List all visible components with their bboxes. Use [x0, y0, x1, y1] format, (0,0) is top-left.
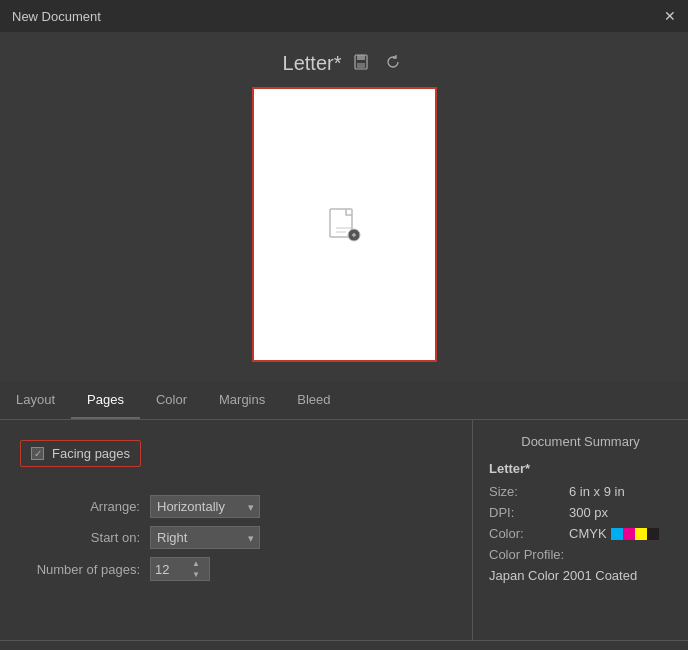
num-pages-control: 12 ▲ ▼: [150, 557, 210, 581]
yellow-swatch: [635, 528, 647, 540]
cyan-swatch: [611, 528, 623, 540]
summary-dpi-row: DPI: 300 px: [489, 505, 672, 520]
start-on-control: Right Left: [150, 526, 260, 549]
num-pages-up-button[interactable]: ▲: [189, 558, 203, 569]
svg-rect-1: [357, 55, 365, 60]
start-on-row: Start on: Right Left: [20, 526, 452, 549]
preview-container: Letter*: [252, 52, 437, 362]
svg-rect-2: [357, 63, 365, 68]
summary-size-value: 6 in x 9 in: [569, 484, 625, 499]
black-swatch: [647, 528, 659, 540]
summary-title: Document Summary: [489, 434, 672, 449]
summary-dpi-value: 300 px: [569, 505, 608, 520]
arrange-control: Horizontally Vertically: [150, 495, 260, 518]
num-pages-input[interactable]: 12: [151, 559, 189, 580]
facing-pages-row[interactable]: ✓ Facing pages: [20, 440, 141, 467]
tab-pages[interactable]: Pages: [71, 382, 140, 419]
close-button[interactable]: ✕: [664, 8, 676, 24]
tab-margins[interactable]: Margins: [203, 382, 281, 419]
summary-profile-label: Color Profile:: [489, 547, 569, 562]
num-pages-label: Number of pages:: [20, 562, 150, 577]
bottom-buttons: Create Cancel: [0, 640, 688, 650]
preview-area: Letter*: [0, 32, 688, 382]
summary-color-value: CMYK: [569, 526, 607, 541]
num-pages-row: Number of pages: 12 ▲ ▼: [20, 557, 452, 581]
titlebar: New Document ✕: [0, 0, 688, 32]
arrange-select[interactable]: Horizontally Vertically: [150, 495, 260, 518]
cmyk-swatches: [611, 528, 659, 540]
num-pages-down-button[interactable]: ▼: [189, 569, 203, 580]
page-title-row: Letter*: [283, 52, 406, 75]
arrange-select-wrapper: Horizontally Vertically: [150, 495, 260, 518]
facing-pages-label: Facing pages: [52, 446, 130, 461]
summary-profile-row: Color Profile:: [489, 547, 672, 562]
summary-color-label: Color:: [489, 526, 569, 541]
reset-button[interactable]: [381, 52, 405, 75]
facing-pages-area: ✓ Facing pages: [20, 436, 452, 481]
tab-layout[interactable]: Layout: [0, 382, 71, 419]
svg-rect-5: [336, 231, 346, 233]
facing-pages-checkbox[interactable]: ✓: [31, 447, 44, 460]
start-on-label: Start on:: [20, 530, 150, 545]
save-preset-button[interactable]: [349, 52, 373, 75]
doc-placeholder-icon: [326, 207, 362, 243]
pages-settings-panel: ✓ Facing pages Arrange: Horizontally Ver…: [0, 420, 473, 640]
arrange-label: Arrange:: [20, 499, 150, 514]
start-on-select-wrapper: Right Left: [150, 526, 260, 549]
new-document-window: New Document ✕ Letter*: [0, 0, 688, 650]
num-pages-input-wrapper: 12 ▲ ▼: [150, 557, 210, 581]
magenta-swatch: [623, 528, 635, 540]
svg-rect-4: [336, 227, 352, 229]
summary-color-row: Color: CMYK: [489, 526, 672, 541]
summary-size-label: Size:: [489, 484, 569, 499]
num-pages-spinners: ▲ ▼: [189, 558, 203, 580]
tabs-row: Layout Pages Color Margins Bleed: [0, 382, 688, 420]
document-summary-panel: Document Summary Letter* Size: 6 in x 9 …: [473, 420, 688, 640]
summary-doc-name: Letter*: [489, 461, 672, 476]
summary-size-row: Size: 6 in x 9 in: [489, 484, 672, 499]
panel-content: ✓ Facing pages Arrange: Horizontally Ver…: [0, 420, 688, 640]
summary-dpi-label: DPI:: [489, 505, 569, 520]
start-on-select[interactable]: Right Left: [150, 526, 260, 549]
tab-color[interactable]: Color: [140, 382, 203, 419]
page-title: Letter*: [283, 52, 342, 75]
bottom-panel: Layout Pages Color Margins Bleed ✓ Facin…: [0, 382, 688, 650]
summary-profile-value: Japan Color 2001 Coated: [489, 568, 672, 583]
document-preview: [252, 87, 437, 362]
arrange-row: Arrange: Horizontally Vertically: [20, 495, 452, 518]
tab-bleed[interactable]: Bleed: [281, 382, 346, 419]
window-title: New Document: [12, 9, 101, 24]
